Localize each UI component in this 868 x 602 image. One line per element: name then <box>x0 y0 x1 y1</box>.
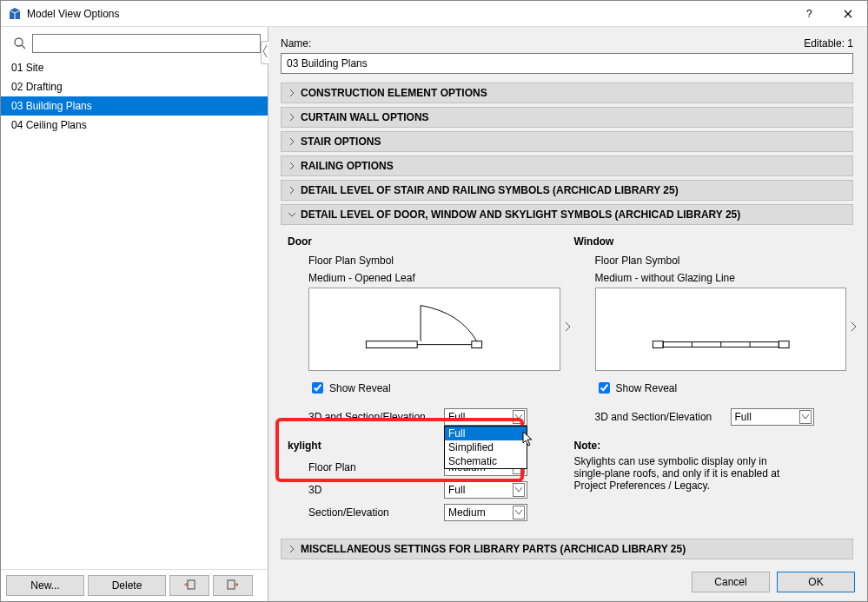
name-label: Name: <box>281 37 311 50</box>
dropdown-option[interactable]: Full <box>445 427 527 440</box>
window-symbol-icon <box>596 288 846 370</box>
door-symbol-icon <box>309 288 560 370</box>
help-button[interactable]: ? <box>789 1 828 27</box>
export-icon <box>226 579 240 592</box>
editable-label: Editable: 1 <box>804 37 853 50</box>
list-item[interactable]: 02 Drafting <box>1 77 268 96</box>
window-show-reveal-label: Show Reveal <box>616 382 678 394</box>
chevron-left-icon <box>262 43 268 59</box>
svg-text:?: ? <box>806 10 812 18</box>
door-fps-label: Floor Plan Symbol <box>308 255 560 267</box>
skylight-3d-label: 3D <box>308 484 437 496</box>
dialog-footer: Cancel OK <box>268 563 867 601</box>
note-title: Note: <box>574 440 847 452</box>
ok-button[interactable]: OK <box>777 572 855 592</box>
app-icon <box>8 7 22 21</box>
door-column: Door Floor Plan Symbol Medium - Opened L… <box>288 235 560 431</box>
door-se-label: 3D and Section/Elevation <box>308 411 437 423</box>
main-panel: Name: Editable: 1 CONSTRUCTION ELEMENT O… <box>268 27 867 601</box>
chevron-down-icon <box>513 506 525 519</box>
import-icon <box>182 579 196 592</box>
search-icon <box>13 36 27 50</box>
search-input[interactable] <box>32 34 261 53</box>
list-item[interactable]: 03 Building Plans <box>1 96 268 116</box>
window-fps-label: Floor Plan Symbol <box>595 255 847 267</box>
window-title: Window <box>574 235 847 248</box>
name-input[interactable] <box>281 53 853 74</box>
list-item[interactable]: 01 Site <box>1 58 268 77</box>
svg-rect-8 <box>779 341 789 348</box>
window-show-reveal-checkbox[interactable] <box>599 382 610 394</box>
section-misc[interactable]: MISCELLANEOUS SETTINGS FOR LIBRARY PARTS… <box>281 539 853 559</box>
chevron-down-icon <box>288 211 295 218</box>
chevron-right-icon <box>288 546 295 552</box>
section-railing[interactable]: RAILING OPTIONS <box>281 155 853 176</box>
new-button[interactable]: New... <box>6 575 84 596</box>
window-column: Window Floor Plan Symbol Medium - withou… <box>574 235 847 431</box>
section-construction[interactable]: CONSTRUCTION ELEMENT OPTIONS <box>281 83 853 103</box>
door-se-select[interactable]: Full <box>444 408 527 426</box>
chevron-right-icon[interactable] <box>851 321 858 332</box>
chevron-right-icon <box>288 162 295 169</box>
door-title: Door <box>288 235 560 248</box>
chevron-right-icon <box>288 114 295 121</box>
skylight-3d-select[interactable]: Full <box>444 481 527 499</box>
skylight-se-select[interactable]: Medium <box>444 504 527 521</box>
svg-rect-7 <box>653 341 663 348</box>
delete-button[interactable]: Delete <box>88 575 166 596</box>
chevron-right-icon <box>288 187 295 194</box>
detail-door-body: Door Floor Plan Symbol Medium - Opened L… <box>281 228 853 535</box>
svg-rect-5 <box>472 341 482 348</box>
window-preview[interactable] <box>595 288 847 371</box>
section-detail-stair[interactable]: DETAIL LEVEL OF STAIR AND RAILING SYMBOL… <box>281 180 853 201</box>
door-preview[interactable] <box>308 288 560 371</box>
list-item[interactable]: 04 Ceiling Plans <box>1 116 268 135</box>
svg-rect-2 <box>188 580 195 589</box>
window-se-select[interactable]: Full <box>731 408 814 426</box>
export-button[interactable] <box>213 575 253 596</box>
skylight-floorplan-label: Floor Plan <box>308 461 437 473</box>
dropdown-option[interactable]: Schematic <box>445 454 527 468</box>
chevron-down-icon <box>799 410 812 424</box>
chevron-right-icon[interactable] <box>565 321 572 332</box>
skylight-se-label: Section/Elevation <box>308 506 437 519</box>
titlebar: Model View Options ? <box>1 1 867 27</box>
svg-point-1 <box>15 38 23 46</box>
chevron-down-icon <box>513 410 525 424</box>
svg-rect-3 <box>228 580 235 589</box>
sidebar: 01 Site 02 Drafting 03 Building Plans 04… <box>1 27 268 601</box>
section-detail-door[interactable]: DETAIL LEVEL OF DOOR, WINDOW AND SKYLIGH… <box>281 204 853 225</box>
note-column: Note: Skylights can use symbolic display… <box>574 440 847 526</box>
section-stair[interactable]: STAIR OPTIONS <box>281 131 853 152</box>
import-button[interactable] <box>169 575 209 596</box>
door-show-reveal-checkbox[interactable] <box>312 382 323 394</box>
svg-rect-4 <box>366 341 417 348</box>
door-se-dropdown: Full Simplified Schematic <box>444 426 527 469</box>
cancel-button[interactable]: Cancel <box>692 572 770 592</box>
section-curtain[interactable]: CURTAIN WALL OPTIONS <box>281 107 853 128</box>
window-preview-label: Medium - without Glazing Line <box>595 272 847 284</box>
close-button[interactable] <box>828 1 867 27</box>
splitter-handle[interactable] <box>261 41 268 64</box>
window-title: Model View Options <box>27 8 789 20</box>
door-preview-label: Medium - Opened Leaf <box>308 272 560 284</box>
chevron-down-icon <box>513 483 525 497</box>
chevron-right-icon <box>288 138 295 145</box>
window-se-label: 3D and Section/Elevation <box>595 411 724 423</box>
option-list: 01 Site 02 Drafting 03 Building Plans 04… <box>1 58 268 569</box>
dropdown-option[interactable]: Simplified <box>445 440 527 454</box>
chevron-right-icon <box>288 89 295 96</box>
note-body: Skylights can use symbolic display only … <box>574 455 800 492</box>
dialog-window: Model View Options ? 01 Site 02 Drafting… <box>0 0 868 602</box>
door-show-reveal-label: Show Reveal <box>329 382 391 394</box>
